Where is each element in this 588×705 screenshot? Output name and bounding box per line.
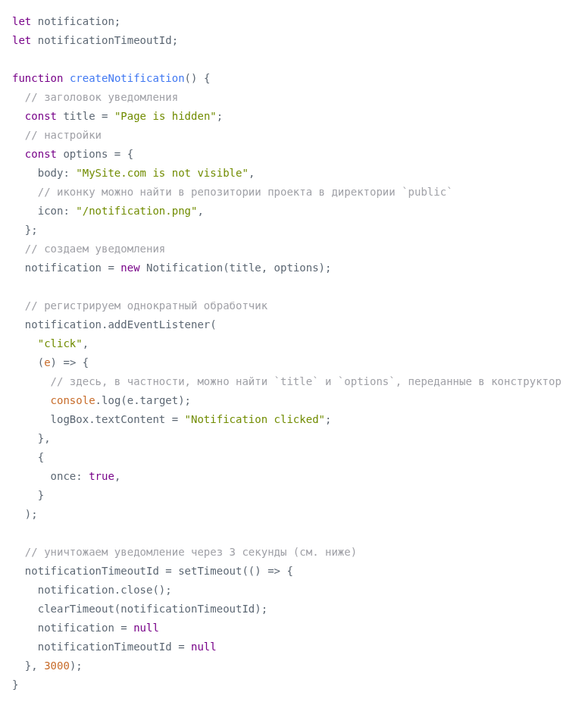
code-block: let notification; let notificationTimeou… (12, 12, 576, 694)
code-content: let notification; let notificationTimeou… (12, 15, 561, 691)
